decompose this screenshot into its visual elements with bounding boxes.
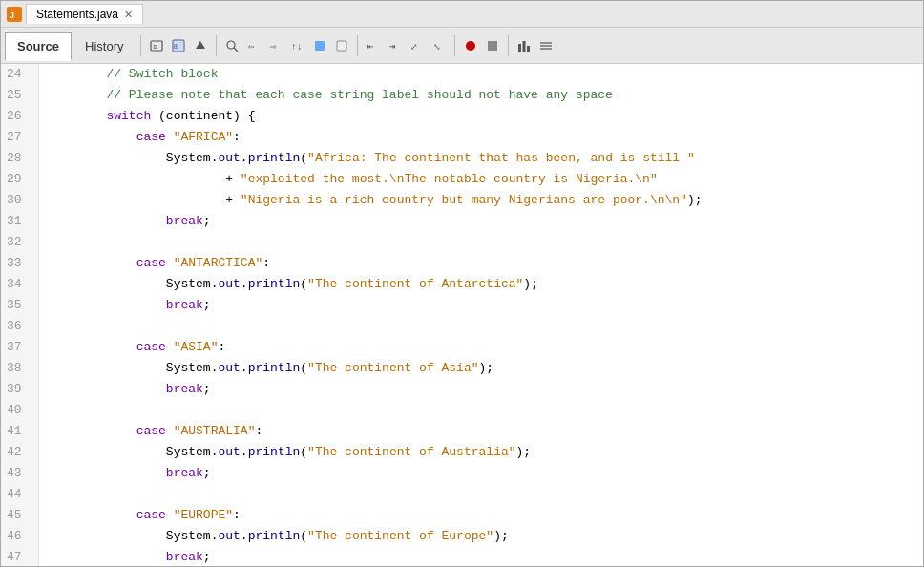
token-plain: (: [300, 274, 307, 295]
token-str: "AFRICA": [174, 127, 233, 148]
code-line[interactable]: case "ANTARCTICA":: [47, 253, 923, 274]
code-line[interactable]: case "AFRICA":: [47, 127, 923, 148]
separator-2: [216, 35, 217, 56]
toolbar-btn-chart[interactable]: [514, 35, 535, 56]
token-kw: break: [166, 211, 203, 232]
token-plain: (: [300, 526, 307, 547]
source-tab[interactable]: Source: [5, 32, 72, 61]
code-line[interactable]: break;: [47, 295, 923, 316]
code-line[interactable]: break;: [47, 379, 923, 400]
toolbar-btn-lines[interactable]: [536, 35, 556, 56]
code-line[interactable]: switch (continent) {: [47, 106, 923, 127]
token-kw: break: [166, 547, 203, 566]
svg-text:⤡: ⤡: [433, 43, 441, 52]
line-number: 43: [7, 463, 32, 484]
token-str: "exploited the most.\nThe notable countr…: [241, 169, 658, 190]
line-numbers: 2425262728293031323334353637383940414243…: [1, 64, 39, 566]
toolbar-btn-7[interactable]: ↑↓: [287, 35, 308, 56]
token-plain: [47, 295, 166, 316]
toolbar-btn-record[interactable]: [460, 35, 481, 56]
code-line[interactable]: break;: [47, 463, 923, 484]
toolbar-btn-stop[interactable]: [482, 35, 503, 56]
code-line[interactable]: case "AUSTRALIA":: [47, 421, 923, 442]
token-method: println: [248, 274, 301, 295]
token-field: out: [218, 274, 240, 295]
token-plain: );: [479, 358, 494, 379]
code-line[interactable]: System.out.println("The continent of Eur…: [47, 526, 923, 547]
token-str: "ASIA": [174, 337, 219, 358]
close-tab-button[interactable]: ✕: [124, 9, 133, 21]
token-plain: .: [241, 148, 248, 169]
file-tab[interactable]: Statements.java ✕: [26, 4, 143, 24]
line-number: 33: [7, 253, 32, 274]
toolbar-btn-13[interactable]: ⤡: [429, 35, 450, 56]
code-line[interactable]: [47, 484, 923, 505]
token-plain: :: [233, 127, 241, 148]
line-number: 41: [7, 421, 32, 442]
code-line[interactable]: break;: [47, 547, 923, 566]
token-method: println: [248, 148, 301, 169]
line-number: 32: [7, 232, 32, 253]
svg-point-7: [227, 41, 235, 49]
toolbar-btn-1[interactable]: ≡: [146, 35, 167, 56]
token-kw: case: [136, 337, 166, 358]
toolbar-btn-9[interactable]: [331, 35, 352, 56]
toolbar-btn-5[interactable]: ⇦: [243, 35, 264, 56]
line-number: 31: [7, 211, 32, 232]
svg-line-8: [234, 48, 238, 52]
file-tab-label: Statements.java: [36, 8, 118, 21]
code-line[interactable]: System.out.println("The continent of Ant…: [47, 274, 923, 295]
line-number: 25: [7, 85, 32, 106]
token-plain: .: [241, 442, 248, 463]
toolbar-btn-2[interactable]: ⊞: [168, 35, 189, 56]
code-line[interactable]: [47, 316, 923, 337]
code-line[interactable]: + "Nigeria is a rich country but many Ni…: [47, 190, 923, 211]
token-plain: [47, 526, 166, 547]
code-line[interactable]: case "ASIA":: [47, 337, 923, 358]
code-line[interactable]: System.out.println("The continent of Asi…: [47, 358, 923, 379]
code-line[interactable]: // Switch block: [47, 64, 923, 85]
svg-text:⇦: ⇦: [248, 41, 255, 52]
token-plain: :: [262, 253, 270, 274]
toolbar-btn-11[interactable]: ⇥: [385, 35, 406, 56]
code-line[interactable]: break;: [47, 211, 923, 232]
code-line[interactable]: + "exploited the most.\nThe notable coun…: [47, 169, 923, 190]
svg-text:⤢: ⤢: [410, 43, 418, 52]
token-kw: case: [136, 127, 166, 148]
token-kw: case: [136, 505, 166, 526]
toolbar-btn-12[interactable]: ⤢: [407, 35, 428, 56]
token-plain: System: [166, 442, 211, 463]
line-number: 24: [7, 64, 32, 85]
toolbar-btn-10[interactable]: ⇤: [363, 35, 384, 56]
svg-text:J: J: [10, 11, 14, 21]
history-tab[interactable]: History: [74, 32, 135, 61]
svg-rect-12: [315, 41, 325, 51]
toolbar-btn-6[interactable]: ⇨: [265, 35, 286, 56]
token-str: "EUROPE": [174, 505, 233, 526]
editor-area: 2425262728293031323334353637383940414243…: [1, 64, 923, 566]
code-line[interactable]: [47, 400, 923, 421]
separator-1: [140, 35, 141, 56]
svg-text:⇤: ⇤: [368, 41, 374, 52]
token-kw: case: [136, 421, 166, 442]
code-line[interactable]: System.out.println("The continent of Aus…: [47, 442, 923, 463]
code-line[interactable]: // Please note that each case string lab…: [47, 85, 923, 106]
token-plain: System: [166, 148, 211, 169]
token-plain: System: [166, 526, 211, 547]
token-comment: // Please note that each case string lab…: [106, 85, 613, 106]
line-number: 34: [7, 274, 32, 295]
token-plain: [47, 379, 166, 400]
code-line[interactable]: [47, 232, 923, 253]
token-plain: ;: [203, 463, 211, 484]
toolbar-btn-3[interactable]: [190, 35, 211, 56]
token-plain: System: [166, 274, 211, 295]
code-line[interactable]: case "EUROPE":: [47, 505, 923, 526]
code-area[interactable]: // Switch block // Please note that each…: [39, 64, 923, 566]
svg-marker-6: [196, 41, 205, 49]
token-plain: .: [211, 358, 219, 379]
token-plain: [47, 337, 136, 358]
toolbar-btn-4[interactable]: [221, 35, 242, 56]
toolbar-btn-8[interactable]: [309, 35, 330, 56]
code-line[interactable]: System.out.println("Africa: The continen…: [47, 148, 923, 169]
svg-rect-21: [522, 41, 525, 52]
